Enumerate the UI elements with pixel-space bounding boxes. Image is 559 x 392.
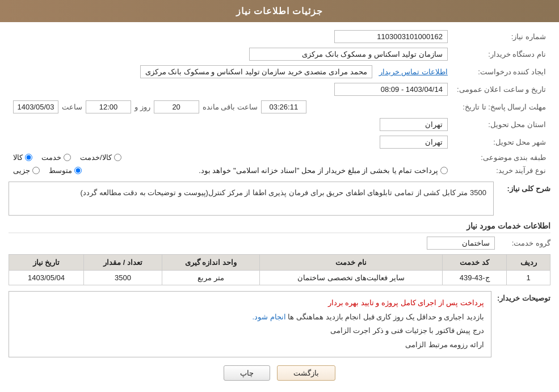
creator-label: ایجاد کننده درخواست: [452, 63, 550, 81]
cell-row: 1 [507, 271, 550, 285]
info-table: شماره نیاز: 1103003101000162 نام دستگاه … [9, 28, 550, 177]
need-number-label: شماره نیاز: [452, 28, 550, 45]
buyer-notes-label: توصیحات خریدار: [497, 291, 550, 302]
buyer-notes-content: پرداخت پس از اجرای کامل پروژه و تایید به… [9, 291, 491, 357]
col-qty: تعداد / مقدار [84, 255, 162, 271]
deadline-date-value: 1403/05/03 [13, 100, 58, 113]
buyer-note-line-3: درج پیش فاکتور با جزئیات فنی و ذکر اجرت … [16, 324, 484, 338]
deadline-time-label: ساعت [62, 103, 82, 111]
category-option-kala[interactable]: کالا [13, 153, 32, 162]
category-label: طبقه بندی موضوعی: [452, 151, 550, 164]
creator-contact-link[interactable]: اطلاعات تماس خریدار [379, 68, 448, 76]
remaining-label: ساعت باقی مانده [203, 103, 258, 111]
buyer-note-line-4: ارائه رزومه مرتبط الزامی [16, 338, 484, 352]
col-name: نام خدمت [260, 255, 443, 271]
col-date: تاریخ نیاز [9, 255, 84, 271]
col-code: کد خدمت [443, 255, 507, 271]
category-option-kala-khedmat[interactable]: کالا/خدمت [80, 153, 121, 162]
need-number-value: 1103003101000162 [334, 30, 448, 43]
group-value: ساختمان [427, 237, 495, 250]
deadline-time-value: 12:00 [86, 100, 131, 113]
deadline-days-value: 20 [154, 100, 199, 113]
remaining-time-value: 03:26:11 [261, 100, 306, 113]
creator-value: محمد مرادی متصدی خرید سازمان تولید اسکنا… [140, 65, 372, 78]
city-label: شهر محل تحویل: [452, 133, 550, 151]
city-value: تهران [380, 136, 448, 149]
province-label: استان محل تحویل: [452, 116, 550, 133]
cell-unit: متر مربع [162, 271, 259, 285]
org-name-label: نام دستگاه خریدار: [452, 45, 550, 63]
cell-date: 1403/05/04 [9, 271, 84, 285]
purchase-type-label: نوع فرآیند خرید: [452, 164, 550, 177]
group-row: گروه خدمت: ساختمان [9, 237, 550, 250]
col-row: ردیف [507, 255, 550, 271]
cell-name: سایر فعالیت‌های تخصصی ساختمان [260, 271, 443, 285]
services-section-title: اطلاعات خدمات مورد نیاز [9, 221, 550, 233]
purchase-type-radio-group: پرداخت تمام یا بخشی از مبلغ خریدار از مح… [13, 166, 448, 175]
purchase-type-option-esnad[interactable]: پرداخت تمام یا بخشی از مبلغ خریدار از مح… [91, 166, 448, 175]
deadline-days-label: روز و [135, 103, 150, 111]
buyer-note-line-1: پرداخت پس از اجرای کامل پروژه و تایید به… [16, 296, 484, 310]
group-label: گروه خدمت: [499, 239, 550, 247]
page-title: جزئیات اطلاعات نیاز [236, 6, 323, 16]
cell-code: ج-43-439 [443, 271, 507, 285]
table-row: 1 ج-43-439 سایر فعالیت‌های تخصصی ساختمان… [9, 271, 550, 285]
back-button[interactable]: بازگشت [277, 365, 335, 381]
print-button[interactable]: چاپ [224, 365, 270, 381]
cell-quantity: 3500 [84, 271, 162, 285]
purchase-type-option-mottavaset[interactable]: متوسط [49, 166, 82, 175]
announce-label: تاریخ و ساعت اعلان عمومی: [452, 81, 550, 98]
announce-value: 1403/04/14 - 08:09 [334, 83, 448, 96]
description-value: 3500 متر کابل کشی از تمامی تابلوهای اطفا… [9, 182, 494, 216]
deadline-label: مهلت ارسال پاسخ: تا تاریخ: [452, 98, 550, 116]
purchase-type-option-jozi[interactable]: جزیی [13, 166, 40, 175]
category-option-khedmat[interactable]: خدمت [41, 153, 71, 162]
page-header: جزئیات اطلاعات نیاز [0, 0, 559, 22]
col-unit: واحد اندازه گیری [162, 255, 259, 271]
buttons-row: بازگشت چاپ [9, 365, 550, 381]
category-radio-group: کالا/خدمت خدمت کالا [13, 153, 448, 162]
province-value: تهران [380, 118, 448, 131]
description-label: شرح کلی نیاز: [499, 182, 550, 193]
org-name-value: سازمان تولید اسکناس و مسکوک بانک مرکزی [249, 48, 448, 61]
buyer-note-line-2: بازدید اجباری و حداقل یک روز کاری قبل ان… [16, 310, 484, 324]
services-table: ردیف کد خدمت نام خدمت واحد اندازه گیری ت… [9, 254, 550, 285]
